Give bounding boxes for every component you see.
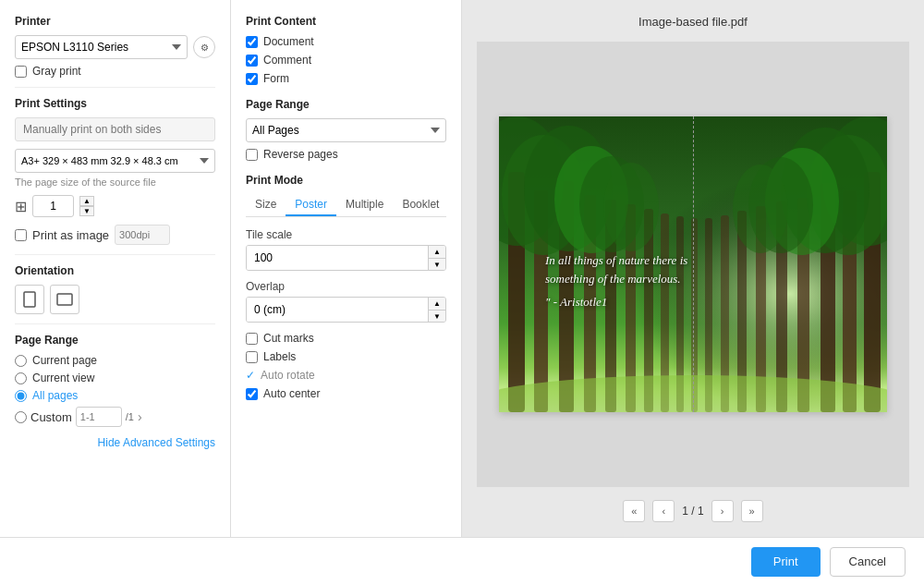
tile-scale-up-btn[interactable]: ▲ — [429, 246, 445, 258]
page-indicator: 1 / 1 — [682, 505, 703, 518]
labels-checkbox[interactable] — [246, 351, 258, 363]
page-range-mid: Page Range All Pages Reverse pages — [246, 98, 446, 161]
tab-booklet[interactable]: Booklet — [393, 194, 448, 216]
svg-rect-1 — [57, 294, 72, 305]
current-page-radio[interactable] — [15, 355, 27, 367]
landscape-btn[interactable] — [50, 285, 79, 314]
custom-row: Custom /1 › — [15, 407, 215, 427]
current-page-row: Current page — [15, 354, 215, 367]
print-settings-title: Print Settings — [15, 97, 215, 110]
overlap-down-btn[interactable]: ▼ — [429, 310, 445, 322]
overlap-spinner: ▲ ▼ — [428, 298, 445, 322]
tile-scale-down-btn[interactable]: ▼ — [429, 258, 445, 270]
print-button[interactable]: Print — [751, 547, 821, 577]
next-page-btn[interactable]: › — [711, 500, 734, 522]
orientation-btns — [15, 285, 215, 314]
pagination-bar: « ‹ 1 / 1 › » — [623, 500, 762, 522]
print-as-image-checkbox[interactable] — [15, 229, 27, 241]
svg-text:" - Aristotle1: " - Aristotle1 — [545, 295, 607, 309]
dpi-input — [115, 225, 170, 245]
first-page-btn[interactable]: « — [623, 500, 645, 522]
custom-label: Custom — [30, 410, 72, 424]
overlap-row: ▲ ▼ — [246, 297, 446, 323]
auto-rotate-tick: ✓ — [246, 369, 255, 382]
all-pages-radio[interactable] — [15, 390, 27, 402]
overlap-input[interactable] — [247, 298, 428, 322]
tile-scale-spinner: ▲ ▼ — [428, 246, 445, 270]
overlap-label: Overlap — [246, 280, 446, 293]
form-row: Form — [246, 72, 446, 85]
cut-marks-label: Cut marks — [263, 332, 314, 345]
document-checkbox[interactable] — [246, 36, 258, 48]
tab-poster[interactable]: Poster — [286, 194, 336, 216]
page-preview: In all things of nature there is somethi… — [499, 116, 887, 412]
overlap-up-btn[interactable]: ▲ — [429, 298, 445, 310]
print-content-section: Print Content Document Comment Form — [246, 15, 446, 85]
tile-scale-row: ▲ ▼ — [246, 245, 446, 271]
custom-radio[interactable] — [15, 411, 27, 423]
current-view-label: Current view — [32, 372, 94, 384]
print-mode-title: Print Mode — [246, 174, 446, 187]
bottom-bar: Print Cancel — [0, 537, 924, 585]
gray-print-checkbox[interactable] — [15, 66, 27, 78]
current-view-row: Current view — [15, 372, 215, 384]
all-pages-label: All pages — [32, 389, 78, 402]
portrait-btn[interactable] — [15, 285, 44, 314]
both-sides-input — [15, 117, 215, 141]
svg-point-28 — [603, 163, 659, 251]
labels-row: Labels — [246, 350, 446, 363]
page-size-hint: The page size of the source file — [15, 177, 215, 188]
copies-input[interactable] — [32, 195, 74, 217]
print-mode-section: Print Mode Size Poster Multiple Booklet … — [246, 174, 446, 400]
current-view-radio[interactable] — [15, 372, 27, 384]
prev-page-btn[interactable]: ‹ — [652, 500, 675, 522]
copies-up-btn[interactable]: ▲ — [79, 196, 94, 206]
auto-center-checkbox[interactable] — [246, 388, 258, 400]
custom-range-input[interactable] — [76, 407, 122, 427]
cut-marks-row: Cut marks — [246, 332, 446, 345]
printer-row: EPSON L3110 Series ⚙ — [15, 35, 215, 59]
tab-size[interactable]: Size — [246, 194, 286, 216]
copies-spinner: ▲ ▼ — [79, 196, 94, 216]
middle-panel: Print Content Document Comment Form Page… — [231, 0, 462, 537]
gray-print-label: Gray print — [32, 65, 81, 78]
printer-select[interactable]: EPSON L3110 Series — [15, 35, 188, 59]
copies-row: ⊞ ▲ ▼ — [15, 195, 215, 217]
labels-label: Labels — [263, 350, 296, 363]
nature-image: In all things of nature there is somethi… — [499, 116, 887, 412]
form-label: Form — [263, 72, 289, 85]
tab-multiple[interactable]: Multiple — [336, 194, 393, 216]
document-label: Document — [263, 35, 314, 48]
page-range-mid-title: Page Range — [246, 98, 446, 111]
form-checkbox[interactable] — [246, 73, 258, 85]
tile-scale-label: Tile scale — [246, 228, 446, 241]
tile-scale-input[interactable] — [247, 246, 428, 270]
page-range-section: Page Range Current page Current view All… — [15, 334, 215, 427]
all-pages-select[interactable]: All Pages — [246, 118, 446, 142]
comment-checkbox[interactable] — [246, 55, 258, 67]
comment-label: Comment — [263, 54, 311, 67]
svg-text:In all things of nature there : In all things of nature there is — [544, 253, 687, 267]
printer-settings-icon[interactable]: ⚙ — [193, 36, 215, 58]
file-name: Image-based file.pdf — [638, 15, 748, 29]
page-forward-icon[interactable]: › — [138, 409, 142, 424]
last-page-btn[interactable]: » — [741, 500, 763, 522]
print-settings-section: Print Settings A3+ 329 × 483 mm 32.9 × 4… — [15, 97, 215, 245]
page-size-select[interactable]: A3+ 329 × 483 mm 32.9 × 48.3 cm — [15, 149, 215, 173]
print-as-image-label: Print as image — [32, 228, 109, 242]
cut-marks-checkbox[interactable] — [246, 333, 258, 345]
page-divider — [693, 116, 694, 412]
cancel-button[interactable]: Cancel — [830, 547, 906, 577]
orientation-title: Orientation — [15, 264, 215, 277]
svg-point-34 — [733, 165, 788, 253]
right-panel: Image-based file.pdf — [462, 0, 924, 537]
copies-down-btn[interactable]: ▼ — [79, 206, 94, 216]
reverse-pages-checkbox[interactable] — [246, 149, 258, 161]
printer-section-title: Printer — [15, 15, 215, 28]
reverse-pages-label: Reverse pages — [263, 148, 338, 161]
auto-center-row: Auto center — [246, 387, 446, 400]
hide-advanced-link[interactable]: Hide Advanced Settings — [15, 436, 215, 449]
auto-center-label: Auto center — [263, 387, 320, 400]
mode-tabs: Size Poster Multiple Booklet — [246, 194, 446, 217]
document-row: Document — [246, 35, 446, 48]
